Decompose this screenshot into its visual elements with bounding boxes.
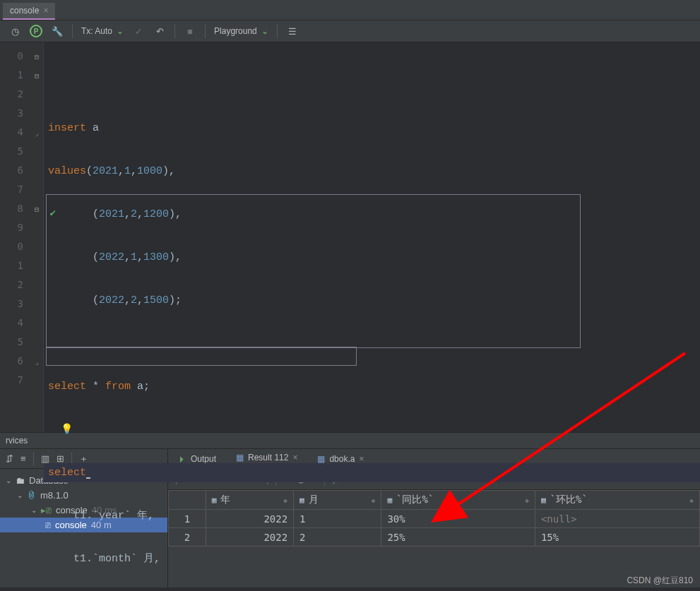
keyword: select	[48, 381, 86, 393]
watermark: CSDN @红豆810	[627, 575, 693, 587]
line-num: 5	[18, 145, 23, 157]
file-tab-bar: console ×	[0, 0, 700, 20]
services-text: rvices	[6, 436, 28, 446]
num: 1000	[137, 165, 162, 177]
punct: ),	[169, 208, 182, 220]
fold-icon[interactable]: ⊟	[35, 66, 39, 85]
num: 1500	[143, 294, 169, 306]
close-icon[interactable]: ×	[43, 6, 48, 16]
line-num: 2	[18, 88, 23, 100]
separator	[33, 452, 34, 466]
chevron-down-icon[interactable]: ⌄	[6, 477, 11, 484]
line-num: 0	[18, 241, 23, 252]
commit-icon[interactable]: ✓	[132, 25, 145, 37]
wrench-icon[interactable]: 🔧	[51, 25, 64, 37]
code-editor[interactable]: 0⊟ 1⊟ 2 3 4⌟ 5 6 7 8✔⊟ 9 0 1 2 3 4 5 6⌟ …	[0, 42, 700, 432]
punct: ,	[137, 294, 143, 306]
rollback-icon[interactable]: ↶	[153, 25, 166, 37]
fold-end-icon[interactable]: ⌟	[35, 352, 39, 371]
keyword: select	[48, 467, 86, 479]
punct: ,	[137, 251, 143, 263]
num: 1	[131, 251, 137, 263]
punct: ),	[162, 165, 175, 177]
separator	[277, 24, 278, 38]
identifier: t1.`month` 月,	[48, 553, 160, 565]
caret	[86, 466, 90, 479]
line-num: 9	[18, 222, 23, 233]
history-icon[interactable]: ◷	[8, 25, 21, 37]
fold-icon[interactable]: ⊟	[35, 47, 39, 66]
line-num: 0	[18, 50, 23, 61]
line-num: 6	[18, 165, 23, 176]
filter-icon[interactable]: ⇵	[6, 453, 13, 464]
line-num: 8	[18, 203, 23, 214]
tab-label: console	[10, 6, 39, 16]
punct: ,	[124, 208, 131, 220]
num: 2	[131, 208, 137, 220]
identifier: t1.`year` 年,	[48, 510, 154, 522]
num: 2	[131, 294, 137, 306]
fold-icon[interactable]: ⊟	[35, 199, 39, 218]
punct: (	[48, 294, 99, 306]
num: 1300	[143, 251, 169, 263]
num: 2022	[99, 251, 124, 263]
line-num: 7	[18, 374, 23, 386]
line-num: 4	[18, 126, 23, 138]
num: 2021	[93, 165, 118, 177]
punct: ,	[124, 294, 131, 306]
code-content[interactable]: insert a values(2021,1,1000), (2021,2,12…	[44, 42, 700, 432]
chevron-down-icon: ⌄	[117, 26, 124, 36]
num: 2022	[99, 294, 124, 306]
keyword: values	[48, 165, 86, 177]
identifier: a	[86, 122, 99, 134]
stop-icon[interactable]: ■	[184, 25, 196, 37]
settings-icon[interactable]: ☰	[286, 25, 299, 37]
line-num: 6	[18, 355, 23, 366]
punct: (	[48, 251, 99, 263]
profile-circle-icon[interactable]: P	[30, 25, 42, 37]
fold-end-icon[interactable]: ⌟	[35, 123, 39, 142]
chevron-down-icon: ⌄	[261, 26, 268, 36]
line-num: 3	[18, 298, 23, 309]
punct: (	[86, 165, 93, 177]
folder-icon: 🖿	[16, 475, 25, 486]
punct: );	[169, 294, 182, 306]
transaction-mode-dropdown[interactable]: Tx: Auto ⌄	[81, 26, 124, 36]
tx-label: Tx: Auto	[81, 26, 112, 36]
line-num: 3	[18, 107, 23, 119]
file-tab-console[interactable]: console ×	[3, 3, 55, 20]
line-num: 1	[18, 260, 23, 271]
num: 2021	[99, 208, 124, 220]
editor-toolbar: ◷ P 🔧 Tx: Auto ⌄ ✓ ↶ ■ Playground ⌄ ☰	[0, 20, 700, 42]
watermark-text: CSDN @红豆810	[627, 575, 693, 585]
line-num: 5	[18, 336, 23, 347]
punct: (	[48, 208, 99, 220]
line-num: 2	[18, 279, 23, 290]
schema-dropdown[interactable]: Playground ⌄	[214, 26, 268, 36]
num: 1	[124, 165, 131, 177]
chevron-down-icon[interactable]: ⌄	[17, 491, 23, 499]
punct: ,	[131, 165, 137, 177]
separator	[72, 24, 73, 38]
separator	[205, 24, 206, 38]
punct: ,	[124, 251, 131, 263]
separator	[174, 24, 175, 38]
editor-gutter: 0⊟ 1⊟ 2 3 4⌟ 5 6 7 8✔⊟ 9 0 1 2 3 4 5 6⌟ …	[0, 42, 44, 432]
line-num: 1	[18, 69, 23, 80]
expand-icon[interactable]: ≡	[20, 453, 26, 464]
punct: ,	[118, 165, 124, 177]
chevron-down-icon[interactable]: ⌄	[31, 506, 37, 514]
playground-label: Playground	[214, 26, 257, 36]
line-num: 4	[18, 317, 23, 328]
num: 1200	[143, 208, 169, 220]
identifier: a;	[131, 381, 150, 393]
line-num: 7	[18, 184, 23, 195]
keyword: insert	[48, 122, 86, 134]
punct: *	[86, 381, 105, 393]
punct: ,	[137, 208, 143, 220]
datasource-icon: 🛢	[27, 490, 36, 501]
punct: ),	[169, 251, 182, 263]
intention-bulb-icon[interactable]: 💡	[61, 424, 73, 435]
keyword: from	[105, 381, 131, 393]
